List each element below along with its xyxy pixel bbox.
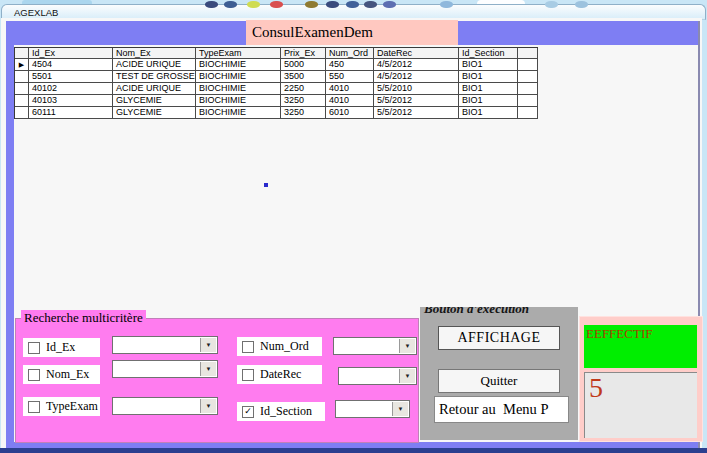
checkbox-label: DateRec [260,367,301,382]
checkbox-num-ord[interactable]: Num_Ord [237,337,322,356]
checkbox-nom-ex[interactable]: Nom_Ex [23,365,100,384]
form-left-strip [6,21,14,449]
combo-num-ord[interactable]: ▼ [333,337,417,355]
grid-cell[interactable]: GLYCEMIE [113,107,196,119]
grid-cell [518,95,538,107]
grid-cell[interactable]: BIOCHIMIE [196,71,281,83]
grid-cell[interactable]: BIO1 [459,95,518,107]
grid-cell[interactable]: 5501 [29,71,113,83]
grid-cell[interactable]: 6010 [326,107,374,119]
row-selector-cell[interactable] [15,95,29,107]
grid-cell[interactable]: BIO1 [459,71,518,83]
grid-cell[interactable]: BIOCHIMIE [196,95,281,107]
grid-cell[interactable]: 4/5/2012 [374,59,459,71]
grid-cell[interactable]: TEST DE GROSSESSE [113,71,196,83]
checkbox-label: Nom_Ex [46,367,89,382]
grid-cell[interactable]: 40102 [29,83,113,95]
combo-nom-ex[interactable]: ▼ [112,360,218,378]
checkbox-icon[interactable] [242,341,254,353]
checkbox-daterec[interactable]: DateRec [237,365,322,384]
actions-panel: Bouton d'exécution AFFICHAGE Quitter Ret… [420,307,578,440]
grid-row[interactable]: 5501TEST DE GROSSESSEBIOCHIMIE35005504/5… [15,71,538,83]
grid-row[interactable]: 40103GLYCEMIEBIOCHIMIE325040105/5/2012BI… [15,95,538,107]
grid-cell[interactable]: 4010 [326,83,374,95]
grid-cell[interactable]: ACIDE URIQUE [113,83,196,95]
grid-cell[interactable]: 5000 [281,59,326,71]
actions-panel-title: Bouton d'exécution [420,307,578,317]
combo-daterec[interactable]: ▼ [338,367,417,385]
grid-row[interactable]: ▶4504ACIDE URIQUEBIOCHIMIE50004504/5/201… [15,59,538,71]
checkbox-typeexam[interactable]: TypeExam [23,397,100,416]
quitter-button[interactable]: Quitter [438,369,560,393]
grid-cell[interactable]: BIOCHIMIE [196,83,281,95]
grid-cell[interactable]: GLYCEMIE [113,95,196,107]
grid-cell[interactable]: 5/5/2010 [374,83,459,95]
background-toolbar-dot [364,1,377,8]
grid-cell[interactable]: 3250 [281,95,326,107]
retour-menu-button[interactable]: Retour au Menu P [434,396,569,423]
chevron-down-icon[interactable]: ▼ [392,402,408,416]
grid-cell[interactable]: 3500 [281,71,326,83]
form-body: ConsulExamenDem Id_ExNom_ExTypeExamPrix_… [1,18,702,449]
window-bottom-edge [0,448,707,453]
combo-typeexam[interactable]: ▼ [112,397,218,415]
background-toolbar-dot [346,1,359,8]
chevron-down-icon[interactable]: ▼ [200,362,216,376]
effectif-panel: EEFFECTIF 5 [579,316,703,442]
affichage-button[interactable]: AFFICHAGE [438,326,560,350]
search-panel: Recherche multicritère Id_Ex ▼ Nom_Ex ▼ … [15,318,419,443]
grid-cell[interactable]: 4010 [326,95,374,107]
grid-cell[interactable]: 2250 [281,83,326,95]
background-toolbar-dot [545,1,558,8]
combo-id-section[interactable]: ▼ [335,400,410,418]
checkbox-icon[interactable] [242,369,254,381]
background-toolbar-dot [247,1,260,8]
grid-column-header: Num_Ord [326,48,374,59]
row-selector-cell[interactable] [15,107,29,119]
chevron-down-icon[interactable]: ▼ [200,399,216,413]
grid-cell[interactable]: 4504 [29,59,113,71]
grid-cell[interactable]: 4/5/2012 [374,71,459,83]
grid-cell[interactable]: 5/5/2012 [374,107,459,119]
background-toolbar-dot [440,1,453,8]
checkbox-icon[interactable] [28,342,40,354]
grid-cell[interactable]: 5/5/2012 [374,95,459,107]
checkbox-icon[interactable]: ✓ [242,406,254,418]
grid-cell[interactable]: BIO1 [459,83,518,95]
grid-cell[interactable]: ACIDE URIQUE [113,59,196,71]
grid-cell [518,71,538,83]
checkbox-icon[interactable] [28,369,40,381]
grid-cell[interactable]: BIO1 [459,59,518,71]
row-selector-cell[interactable] [15,83,29,95]
checkbox-id-ex[interactable]: Id_Ex [23,338,100,357]
chevron-down-icon[interactable]: ▼ [399,339,415,353]
grid-cell[interactable]: BIOCHIMIE [196,107,281,119]
grid-cell [518,107,538,119]
window-title: AGEXLAB [14,7,58,18]
exam-grid[interactable]: Id_ExNom_ExTypeExamPrix_ExNum_OrdDateRec… [14,47,538,119]
form-title: ConsulExamenDem [246,20,458,45]
grid-cell[interactable]: BIOCHIMIE [196,59,281,71]
row-selector-cell[interactable] [15,71,29,83]
combo-id-ex[interactable]: ▼ [112,336,218,354]
checkbox-label: Num_Ord [260,339,309,354]
grid-column-header: Nom_Ex [113,48,196,59]
grid-column-header: TypeExam [196,48,281,59]
checkbox-id-section[interactable]: ✓ Id_Section [237,402,325,421]
grid-cell[interactable]: BIO1 [459,107,518,119]
row-selector-cell[interactable]: ▶ [15,59,29,71]
grid-cell[interactable]: 550 [326,71,374,83]
grid-cell[interactable]: 450 [326,59,374,71]
grid-row[interactable]: 40102ACIDE URIQUEBIOCHIMIE225040105/5/20… [15,83,538,95]
checkbox-icon[interactable] [28,401,40,413]
chevron-down-icon[interactable]: ▼ [200,338,216,352]
grid-row[interactable]: 60111GLYCEMIEBIOCHIMIE325060105/5/2012BI… [15,107,538,119]
checkbox-label: Id_Section [260,404,312,419]
grid-cell[interactable]: 3250 [281,107,326,119]
grid-cell[interactable]: 60111 [29,107,113,119]
grid-cell[interactable]: 40103 [29,95,113,107]
background-toolbar-dot [383,1,396,8]
chevron-down-icon[interactable]: ▼ [399,369,415,383]
grid-cell [518,83,538,95]
stray-dot [264,183,268,187]
